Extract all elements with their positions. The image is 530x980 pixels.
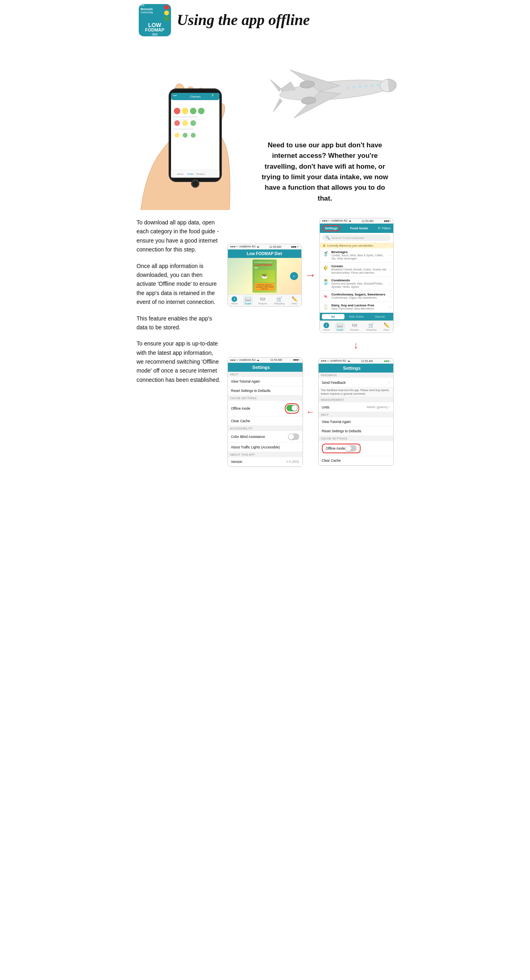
- phone-hand-image: Cherries ●●● 🔋 About Guide Re: [133, 57, 242, 210]
- screen3-reset-settings[interactable]: Reset Settings to Defaults: [228, 386, 303, 396]
- tab2-guide[interactable]: 📖 Guide: [335, 322, 345, 331]
- tab2-recipes-label: Recipes: [350, 329, 359, 331]
- screen4-help-label: HELP: [321, 413, 329, 416]
- confectionary-name: Confectionary, Sugars, Sweeteners: [332, 293, 388, 296]
- screen4-offline-mode[interactable]: Offline mode: [319, 441, 393, 456]
- screen4-reset-label: Reset Settings to Defaults: [322, 429, 361, 433]
- screen4-nav-back: ‹: [322, 366, 323, 370]
- tab2-guide-label: Guide: [337, 329, 343, 331]
- screen4-offline-highlight: Offline mode: [322, 444, 361, 453]
- screen4-reset-settings[interactable]: Reset Settings to Defaults: [319, 427, 393, 436]
- svg-point-20: [198, 108, 204, 114]
- screen4-cache-label: CACHE SETTINGS: [321, 437, 348, 440]
- beverages-chevron: ›: [389, 253, 390, 258]
- screen4-feedback-note: Your feedback improves this app. Please …: [319, 387, 393, 397]
- screen3-color-blind[interactable]: Color Blind Assistance: [228, 431, 303, 443]
- food-item-condiments[interactable]: 🫙 Condiments Sauces and Spreads, Dips, M…: [320, 277, 393, 291]
- units-chevron: ›: [388, 405, 390, 409]
- color-blind-toggle[interactable]: [288, 433, 299, 440]
- screen3-status: ●●●○○ vodafone AU ☁ 11:54 AM ■■■+: [228, 358, 303, 363]
- book-sub-text: A definitive guide for managing irritabl…: [255, 284, 274, 290]
- svg-text:About: About: [177, 173, 184, 175]
- beverages-sub: Cordial, Juices, Wine, Beer & Spirits, C…: [332, 254, 388, 261]
- screen4-status-left: ●●●○○ vodafone AU ☁: [321, 359, 350, 362]
- screen2-time: 11:53 AM: [361, 220, 374, 222]
- screen2-search[interactable]: 🔍 Search Food Database: [322, 235, 391, 241]
- screen3-about-header: ABOUT THIS APP: [228, 452, 303, 457]
- screen2-settings-tab[interactable]: Settings: [322, 225, 341, 231]
- about-icon-2: i: [323, 322, 329, 328]
- screen2-settings-label: Settings: [325, 226, 338, 230]
- svg-point-23: [190, 120, 196, 126]
- offline-toggle-on[interactable]: [286, 405, 298, 411]
- svg-point-28: [183, 133, 188, 138]
- svg-text:Guide: Guide: [187, 173, 194, 175]
- tab1-shopping[interactable]: 🛒 Shopping: [273, 296, 286, 305]
- tab1-diary[interactable]: ✏️ Diary: [290, 296, 299, 305]
- screenshot-4-wrapper: ●●●○○ vodafone AU ☁ 11:53 AM ■■■+ ‹ Sett…: [318, 358, 394, 466]
- logo-fodmap: FODMAP: [145, 28, 165, 32]
- confectionary-info: Confectionary, Sugars, Sweeteners Confec…: [332, 293, 388, 299]
- tab1-about[interactable]: i About: [230, 296, 239, 305]
- seg-starred[interactable]: Starred: [369, 314, 391, 319]
- screen2-filters-label: Filters: [382, 226, 391, 230]
- svg-text:🔋: 🔋: [211, 94, 214, 97]
- recipes-icon-2: 🍽: [352, 322, 357, 328]
- screen4-offline-toggle[interactable]: [345, 445, 357, 452]
- svg-text:Recipes: Recipes: [196, 173, 205, 175]
- screen4-view-tutorial[interactable]: View Tutorial Again: [319, 417, 393, 427]
- screen3-view-tutorial[interactable]: View Tutorial Again: [228, 377, 303, 386]
- logo-monash: Monash: [141, 7, 153, 11]
- tab2-about[interactable]: i About: [321, 322, 331, 331]
- screenshots-row-2: ●●●○○ vodafone AU ☁ 11:54 AM ■■■+ ‹ Sett…: [227, 357, 394, 467]
- cereals-name: Cereals: [332, 264, 388, 268]
- arrow-spacer-mid: [303, 338, 319, 352]
- screen4-cache-header: CACHE SETTINGS: [319, 436, 393, 441]
- feedback-chevron: ›: [388, 380, 390, 385]
- seg-all[interactable]: All: [322, 314, 344, 319]
- cereals-sub: Breakfast Cereals, Breads, Grains, Snack…: [332, 268, 388, 275]
- screen1-time: 11:53 AM: [269, 245, 281, 248]
- screen4-help-header: HELP: [319, 412, 393, 417]
- hero-section: Cherries ●●● 🔋 About Guide Re: [133, 40, 398, 210]
- screen3-traffic-lights[interactable]: About Traffic Lights (Accessible): [228, 443, 303, 452]
- screen3-done-btn[interactable]: Done: [290, 365, 299, 369]
- food-item-cereals[interactable]: 🌾 Cereals Breakfast Cereals, Breads, Gra…: [320, 263, 393, 277]
- tab2-shopping[interactable]: 🛒 Shopping: [365, 322, 378, 331]
- tab2-diary[interactable]: ✏️ Diary: [382, 322, 391, 331]
- svg-point-18: [182, 108, 188, 114]
- tab2-shopping-label: Shopping: [366, 329, 376, 331]
- screen3-clear-cache[interactable]: Clear Cache: [228, 417, 303, 426]
- screen4-send-feedback[interactable]: Send Feedback ›: [319, 378, 393, 387]
- shopping-icon: 🛒: [276, 296, 282, 302]
- green-light: [164, 16, 169, 21]
- screen3-offline-mode[interactable]: Offline mode: [228, 401, 303, 417]
- tab2-about-label: About: [323, 329, 330, 331]
- color-blind-label: Color Blind Assistance: [231, 435, 265, 439]
- screen4-clear-cache[interactable]: Clear Cache: [319, 456, 393, 465]
- alert-icon: ⚠️: [322, 244, 326, 247]
- version-label: Version: [231, 460, 242, 464]
- screen4-phone: ●●●○○ vodafone AU ☁ 11:53 AM ■■■+ ‹ Sett…: [318, 358, 394, 466]
- color-blind-knob: [288, 434, 294, 440]
- screen1-battery: ■■■ +: [291, 245, 299, 248]
- airplane-image: [244, 44, 398, 133]
- tab2-recipes[interactable]: 🍽 Recipes: [348, 322, 361, 331]
- screen4-feedback-label: FEEDBACK: [321, 374, 337, 377]
- food-item-beverages[interactable]: 🥤 Beverages Cordial, Juices, Wine, Beer …: [320, 249, 393, 263]
- food-item-dairy[interactable]: 🥛 Dairy, Soy and Lactose Free Dairy, Pla…: [320, 302, 393, 313]
- screen4-done-btn[interactable]: Done: [381, 366, 390, 370]
- seg-with-notes[interactable]: With Notes: [345, 314, 368, 319]
- condiments-chevron: ›: [389, 281, 390, 286]
- guide-next-arrow[interactable]: ›: [290, 272, 298, 280]
- tab1-guide[interactable]: 📖 Guide: [243, 296, 253, 305]
- logo-low: LOW: [148, 22, 161, 28]
- units-value-group: Metric (grams) ›: [367, 405, 390, 409]
- food-item-confectionary[interactable]: 🍬 Confectionary, Sugars, Sweeteners Conf…: [320, 291, 393, 302]
- screen3-help-header: HELP: [228, 372, 303, 377]
- screen4-units[interactable]: Units Metric (grams) ›: [319, 402, 393, 412]
- screen2-tabbar: i About 📖 Guide 🍽 Recipes 🛒: [320, 320, 393, 333]
- screen4-battery: ■■■+: [384, 360, 391, 362]
- screen2-nav: Settings Food Guide ↻ Filters: [320, 224, 393, 233]
- tab1-recipes[interactable]: 🍽 Recipes: [257, 296, 269, 305]
